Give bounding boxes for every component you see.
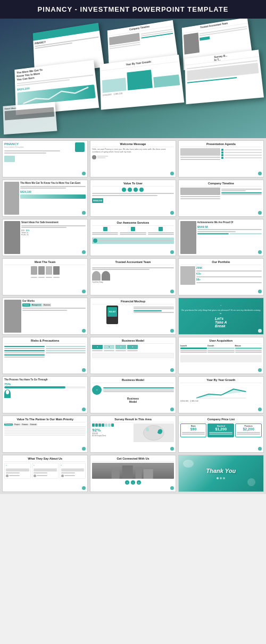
header-title: PINANCY - INVESTMENT POWERPOINT TEMPLATE [38, 5, 229, 13]
slide-accountant: Trusted Accountant Team Cynthia Gray [90, 258, 176, 295]
slide-process: The Process You Have To Go Through 75% [2, 376, 88, 413]
slide-achievements: Achievements We Are Proud Of $549 M [178, 219, 264, 256]
slide-testimonials: What They Say About Us " " [2, 455, 88, 492]
slide-thankyou: Thank You [178, 455, 264, 492]
slide-financial: Financial Mockup $22,567 [90, 298, 176, 335]
svg-rect-2 [112, 468, 120, 479]
thank-you-text: Thank You [206, 468, 236, 474]
svg-rect-3 [122, 465, 133, 479]
slide-works: Our Works Finance Management Business [2, 298, 88, 335]
slides-grid: PINANCY Investment Template Welcome Mess… [0, 138, 266, 494]
slide-year-growth: Year By Year Growth 3,664,000 2,985,516 [178, 376, 264, 413]
slide-break: " Do you know the only thing that gives … [178, 298, 264, 335]
slide-user-acquisition: User Acquisition Launch Growth Mature [178, 337, 264, 374]
slide-timeline: Company Timeline [178, 180, 264, 217]
slide-agenda: Presentation Agenda [178, 140, 264, 177]
slide-quote: The More We Get To Know You Is More You … [2, 180, 88, 217]
slide-price: Company Price List Basic $90 Standard $1… [178, 416, 264, 453]
slide-investment: Smart Ideas For Safe Investment ROI 15% … [2, 219, 88, 256]
iso-slide-5: Year By Year Growth 3,664,000 2,98 [99, 55, 184, 110]
page-header: PINANCY - INVESTMENT POWERPOINT TEMPLATE [0, 0, 266, 19]
svg-rect-5 [144, 469, 153, 479]
slide-cover: PINANCY Investment Template [2, 140, 88, 177]
slide-connected: Get Connected With Us f t in [90, 455, 176, 492]
slide-portfolio: Our Portfolio 255K 4.5+ 58+ [178, 258, 264, 295]
svg-rect-4 [136, 467, 142, 479]
hero-section: PINANCY Company Timeline [0, 19, 266, 138]
slide-risks: Risks & Precautions [2, 337, 88, 374]
slide-team: Meet The Team [2, 258, 88, 295]
slide-business: Business Model ▼ ▼ ▼ ▼ [90, 337, 176, 374]
iso-slide-7: Smart Ideas [3, 102, 57, 135]
slide-partner: Value To The Partner Is Our Main Priorit… [2, 416, 88, 453]
slide-services: Our Awesome Services [90, 219, 176, 256]
slide-business-model2: Business Model ▼ BusinessModel [90, 376, 176, 413]
iso-slide-6: Survey R...In T... [185, 49, 264, 104]
slide-value: Value To User $664,000 [90, 180, 176, 217]
slide-welcome: Welcome Message Hello, we want Pinancy t… [90, 140, 176, 177]
slide-survey: Survey Result In This Area 92% $39,000 $… [90, 416, 176, 453]
